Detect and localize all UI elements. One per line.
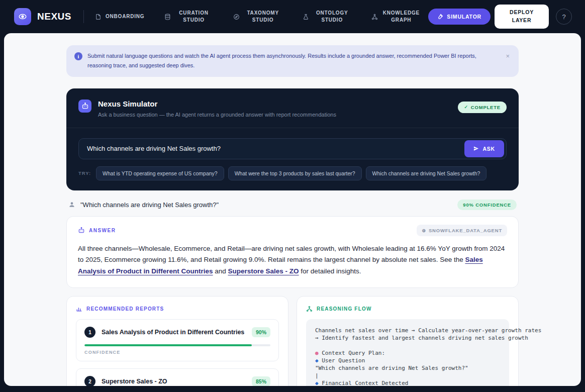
query-text: "Which channels are driving Net Sales gr…	[80, 201, 219, 209]
nexus-simulator-card: Nexus Simulator Ask a business question …	[66, 88, 519, 190]
ask-button[interactable]: ASK	[464, 140, 504, 157]
reasoning-line	[315, 342, 500, 350]
suggestion-chip[interactable]: What is YTD operating expense of US comp…	[96, 166, 224, 180]
question-input-row: ASK	[78, 138, 507, 159]
answer-text: for detailed insights.	[299, 267, 361, 275]
reasoning-line: → Identify fastest and largest channels …	[315, 335, 500, 342]
answer-header: ANSWER ⊕ SNOWFLAKE_DATA_AGENT	[78, 225, 507, 236]
brand-name: NEXUS	[37, 11, 71, 22]
flask-icon	[303, 14, 309, 20]
reasoning-line: ● Context Query Plan:	[315, 350, 500, 357]
database-icon	[164, 14, 171, 20]
answer-text: All three channels—Wholesale, Ecommerce,…	[78, 245, 505, 264]
confidence-percent-badge: 90%	[252, 327, 270, 337]
simulator-header: Nexus Simulator Ask a business question …	[66, 88, 519, 128]
reasoning-header-label: REASONING FLOW	[317, 306, 372, 312]
robot-icon	[78, 227, 85, 234]
network-icon	[371, 14, 378, 20]
simulator-title: Nexus Simulator	[98, 100, 336, 108]
reports-header-label: RECOMMENDED REPORTS	[86, 306, 164, 312]
nav-item-curation-studio[interactable]: CURATION STUDIO	[164, 10, 213, 24]
nav-item-label: KNOWLEDGE GRAPH	[382, 10, 420, 24]
top-navigation: NEXUS ONBOARDING CURATION STUDIO TAXONOM…	[0, 0, 585, 33]
recommended-reports-panel: RECOMMENDED REPORTS 1 Sales Analysis of …	[66, 296, 288, 386]
question-input[interactable]	[87, 145, 464, 152]
nav-item-label: CURATION STUDIO	[175, 10, 213, 24]
try-label: TRY:	[78, 170, 91, 176]
status-badge: ✓ COMPLETE	[458, 102, 507, 113]
file-icon	[95, 14, 102, 20]
report-card[interactable]: 2 Superstore Sales - ZO 85% CONFIDENCE	[76, 368, 279, 386]
bar-chart-icon	[76, 306, 82, 312]
answer-panel: ANSWER ⊕ SNOWFLAKE_DATA_AGENT All three …	[66, 216, 519, 288]
diamond-icon: ◆	[315, 380, 319, 386]
reasoning-panel-header: REASONING FLOW	[306, 306, 509, 312]
nav-divider	[83, 10, 84, 23]
info-icon: i	[74, 52, 82, 60]
compass-icon	[233, 14, 240, 20]
check-icon: ✓	[464, 105, 468, 110]
reasoning-line: ◆ Financial Context Detected	[315, 380, 500, 386]
reasoning-trace: Channels net sales over time → Calculate…	[306, 319, 509, 386]
rank-badge: 2	[84, 376, 95, 386]
nav-item-knowledge-graph[interactable]: KNOWLEDGE GRAPH	[371, 10, 420, 24]
nexus-logo-icon	[14, 8, 31, 25]
rank-badge: 1	[84, 327, 95, 338]
confidence-label: CONFIDENCE	[84, 350, 270, 355]
flow-icon	[306, 306, 313, 312]
content-area: i Submit natural language questions and …	[4, 33, 581, 386]
help-button[interactable]: ?	[556, 9, 572, 25]
globe-icon: ⊕	[422, 228, 426, 233]
confidence-badge: 90% CONFIDENCE	[457, 200, 517, 210]
nav-item-label: ONTOLOGY STUDIO	[313, 10, 351, 24]
send-icon	[473, 146, 479, 151]
reasoning-flow-panel: REASONING FLOW Channels net sales over t…	[297, 296, 519, 386]
reasoning-line: |	[315, 372, 500, 380]
diamond-icon: ◆	[315, 357, 319, 364]
deploy-layer-button[interactable]: DEPLOY LAYER	[495, 5, 549, 29]
brand[interactable]: NEXUS	[14, 8, 71, 25]
confidence-bar-fill	[84, 344, 252, 346]
simulator-body: ASK TRY: What is YTD operating expense o…	[66, 128, 519, 190]
nav-item-ontology-studio[interactable]: ONTOLOGY STUDIO	[303, 10, 351, 24]
report-link-2[interactable]: Superstore Sales - ZO	[228, 267, 299, 275]
reports-panel-header: RECOMMENDED REPORTS	[76, 306, 279, 312]
reasoning-line: "Which channels are driving Net Sales gr…	[315, 365, 500, 372]
simulator-button[interactable]: SIMULATOR	[428, 9, 491, 25]
nav-item-onboarding[interactable]: ONBOARDING	[95, 13, 144, 21]
report-title: Superstore Sales - ZO	[102, 378, 167, 385]
confidence-bar-track	[84, 344, 270, 346]
banner-close-icon[interactable]: ×	[506, 52, 510, 60]
robot-icon	[78, 100, 91, 113]
nav-item-label: ONBOARDING	[106, 13, 144, 21]
report-title: Sales Analysis of Product in Different C…	[102, 329, 244, 336]
nav-item-taxonomy-studio[interactable]: TAXONOMY STUDIO	[233, 10, 282, 24]
simulator-subtitle: Ask a business question — the AI agent r…	[98, 112, 336, 118]
agent-badge: ⊕ SNOWFLAKE_DATA_AGENT	[417, 225, 507, 236]
answer-label: ANSWER	[89, 228, 116, 233]
nav-item-label: TAXONOMY STUDIO	[244, 10, 282, 24]
user-icon	[68, 201, 75, 208]
test-tube-icon	[437, 14, 443, 20]
answer-text: and	[213, 267, 228, 275]
info-banner: i Submit natural language questions and …	[66, 45, 519, 77]
asked-query-row: "Which channels are driving Net Sales gr…	[66, 200, 519, 210]
suggestions-row: TRY: What is YTD operating expense of US…	[78, 166, 507, 180]
answer-body: All three channels—Wholesale, Ecommerce,…	[78, 243, 507, 278]
reasoning-line: ◆ User Question	[315, 357, 500, 365]
reasoning-line: Channels net sales over time → Calculate…	[315, 327, 500, 335]
confidence-percent-badge: 85%	[252, 376, 270, 386]
suggestion-chip[interactable]: What were the top 3 products by sales la…	[228, 166, 362, 180]
brain-icon: ●	[315, 350, 319, 356]
nav-items: ONBOARDING CURATION STUDIO TAXONOMY STUD…	[95, 10, 428, 24]
report-card[interactable]: 1 Sales Analysis of Product in Different…	[76, 319, 279, 361]
suggestion-chip[interactable]: Which channels are driving Net Sales gro…	[366, 166, 487, 180]
banner-text: Submit natural language questions and wa…	[87, 51, 501, 71]
